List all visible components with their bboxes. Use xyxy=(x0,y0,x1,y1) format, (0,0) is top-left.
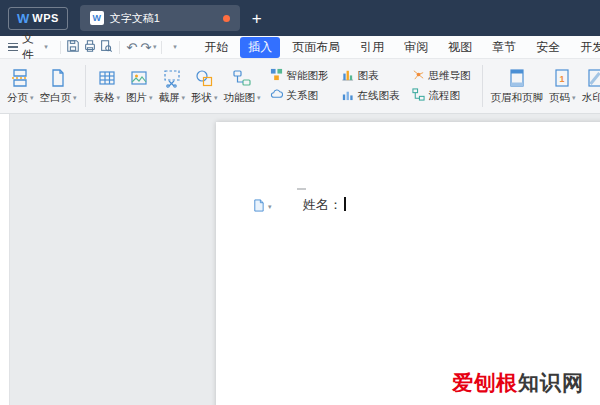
bar-chart-icon xyxy=(341,68,354,84)
tab-page-layout[interactable]: 页面布局 xyxy=(284,37,348,58)
hamburger-icon xyxy=(8,43,18,52)
screenshot-label: 截屏▾ xyxy=(159,91,186,105)
text-position-marker xyxy=(297,188,306,190)
shapes-label: 形状▾ xyxy=(191,91,218,105)
menubar: 文件 ▾ ↶ ↷ ▾ ▾ xyxy=(0,36,600,59)
document-tab[interactable]: W 文字文稿1 xyxy=(80,5,240,31)
smartart-icon xyxy=(270,68,283,84)
chevron-down-icon: ▾ xyxy=(30,94,34,102)
doc-file-icon: W xyxy=(90,11,104,25)
tab-references[interactable]: 引用 xyxy=(352,37,392,58)
function-diagram-button[interactable]: 功能图▾ xyxy=(221,64,264,108)
blank-page-icon xyxy=(48,67,68,89)
document-tab-title: 文字文稿1 xyxy=(110,11,217,26)
watermark-label: 水印▾ xyxy=(582,91,600,105)
chart-label: 图表 xyxy=(358,69,379,83)
picture-label: 图片▾ xyxy=(126,91,153,105)
menubar-separator xyxy=(161,41,162,54)
chevron-down-icon: ▾ xyxy=(117,94,121,102)
print-preview-icon xyxy=(99,39,113,56)
chart-small-group: 图表 在线图表 xyxy=(337,67,404,105)
online-chart-button[interactable]: 在线图表 xyxy=(337,87,404,105)
redo-button[interactable]: ↷ ▾ xyxy=(140,38,157,57)
tab-section[interactable]: 章节 xyxy=(484,37,524,58)
picture-icon xyxy=(129,67,149,89)
diagram-small-group: 智能图形 关系图 xyxy=(266,67,333,105)
left-pane-strip xyxy=(0,114,10,405)
tab-view[interactable]: 视图 xyxy=(440,37,480,58)
online-chart-label: 在线图表 xyxy=(358,89,400,103)
function-diagram-icon xyxy=(232,67,252,89)
print-button[interactable] xyxy=(81,38,98,57)
unsaved-indicator-icon[interactable] xyxy=(223,15,230,22)
shapes-button[interactable]: 形状▾ xyxy=(188,64,221,108)
header-footer-label: 页眉和页脚 xyxy=(491,91,544,105)
picture-button[interactable]: 图片▾ xyxy=(123,64,156,108)
redo-icon: ↷ xyxy=(140,41,151,54)
text-cursor xyxy=(344,197,346,211)
new-tab-button[interactable]: + xyxy=(252,10,262,27)
paste-page-icon xyxy=(252,199,265,215)
screenshot-button[interactable]: 截屏▾ xyxy=(156,64,189,108)
wps-logo-text: WPS xyxy=(32,12,59,24)
chevron-down-icon: ▾ xyxy=(153,43,157,51)
file-menu-button[interactable]: 文件 ▾ xyxy=(0,36,56,58)
flowchart-label: 流程图 xyxy=(429,89,461,103)
chevron-down-icon: ▾ xyxy=(44,43,48,51)
site-watermark-dark: 知识网 xyxy=(518,371,584,394)
wps-home-button[interactable]: W WPS xyxy=(8,7,68,30)
page-number-icon: 1 xyxy=(552,67,572,89)
page-break-button[interactable]: 分页▾ xyxy=(4,64,37,108)
site-watermark: 爱刨根知识网 xyxy=(452,369,584,397)
body-text: 姓名： xyxy=(303,197,342,212)
smartart-button[interactable]: 智能图形 xyxy=(266,67,333,85)
smartart-label: 智能图形 xyxy=(287,69,329,83)
save-button[interactable] xyxy=(64,38,81,57)
chevron-down-icon: ▾ xyxy=(268,203,272,211)
chevron-down-icon: ▾ xyxy=(214,94,218,102)
document-canvas[interactable]: ▾ 姓名： 爱刨根知识网 xyxy=(0,114,600,405)
chart-button[interactable]: 图表 xyxy=(337,67,404,85)
table-button[interactable]: 表格▾ xyxy=(91,64,124,108)
ribbon-group-separator xyxy=(482,65,483,107)
paste-options-button[interactable]: ▾ xyxy=(252,199,272,215)
mindmap-icon xyxy=(412,68,425,84)
tab-home[interactable]: 开始 xyxy=(196,37,236,58)
flowchart-button[interactable]: 流程图 xyxy=(408,87,475,105)
document-text-line[interactable]: 姓名： xyxy=(303,196,346,214)
tab-insert[interactable]: 插入 xyxy=(240,37,280,58)
print-preview-button[interactable] xyxy=(98,38,115,57)
blank-page-label: 空白页▾ xyxy=(40,91,77,105)
page-break-icon xyxy=(10,67,30,89)
document-page[interactable]: ▾ 姓名： xyxy=(216,122,600,405)
tab-developer[interactable]: 开发工具 xyxy=(572,37,600,58)
print-icon xyxy=(83,39,97,56)
relation-diagram-button[interactable]: 关系图 xyxy=(266,87,333,105)
cloud-icon xyxy=(270,88,283,104)
site-watermark-red: 爱刨根 xyxy=(452,371,518,394)
watermark-button[interactable]: 水印▾ xyxy=(579,64,600,108)
tab-security[interactable]: 安全 xyxy=(528,37,568,58)
titlebar: W WPS W 文字文稿1 + xyxy=(0,0,600,36)
ribbon-tab-list: 开始 插入 页面布局 引用 审阅 视图 章节 安全 开发工具 特色 xyxy=(196,37,600,58)
header-footer-button[interactable]: 页眉和页脚 xyxy=(488,64,547,108)
menubar-separator xyxy=(60,41,61,54)
online-chart-icon xyxy=(341,88,354,104)
chevron-down-icon: ▾ xyxy=(182,94,186,102)
tab-review[interactable]: 审阅 xyxy=(396,37,436,58)
header-footer-icon xyxy=(507,67,527,89)
table-icon xyxy=(97,67,117,89)
screenshot-icon xyxy=(162,67,182,89)
mindmap-label: 思维导图 xyxy=(429,69,471,83)
watermark-icon xyxy=(585,67,600,89)
page-number-label: 页码▾ xyxy=(549,91,576,105)
mindmap-button[interactable]: 思维导图 xyxy=(408,67,475,85)
wps-window: W WPS W 文字文稿1 + 文件 ▾ xyxy=(0,0,600,405)
undo-button[interactable]: ↶ xyxy=(123,38,140,57)
toolbar-customize-button[interactable]: ▾ xyxy=(166,38,183,57)
blank-page-button[interactable]: 空白页▾ xyxy=(37,64,80,108)
page-number-button[interactable]: 1 页码▾ xyxy=(546,64,579,108)
wps-logo-icon: W xyxy=(17,11,29,26)
mindmap-small-group: 思维导图 流程图 xyxy=(408,67,475,105)
relation-diagram-label: 关系图 xyxy=(287,89,319,103)
